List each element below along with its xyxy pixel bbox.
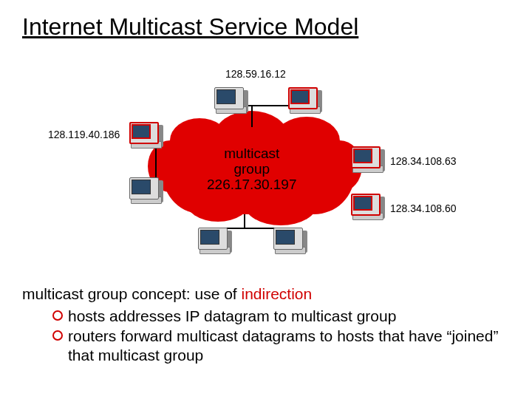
circle-bullet-icon [52, 310, 64, 321]
lead-highlight: indirection [242, 285, 313, 302]
multicast-group-label: multicast group 226.17.30.197 [207, 146, 297, 193]
bullet-text: routers forward multicast datagrams to h… [68, 327, 510, 366]
cloud-line1: multicast [207, 146, 297, 162]
lead-text: multicast group concept: use of [22, 285, 242, 302]
cloud-line2: group [207, 162, 297, 177]
description-block: multicast group concept: use of indirect… [22, 284, 510, 365]
bullet-item: hosts addresses IP datagram to multicast… [52, 307, 510, 326]
network-diagram: multicast group 226.17.30.197 128.59.16.… [0, 52, 532, 273]
bullet-text: hosts addresses IP datagram to multicast… [68, 307, 510, 326]
bullet-list: hosts addresses IP datagram to multicast… [52, 307, 510, 365]
description-lead: multicast group concept: use of indirect… [22, 284, 510, 304]
link-line [251, 105, 253, 127]
computer-icon [129, 177, 162, 204]
computer-icon [273, 228, 306, 254]
computer-icon [129, 122, 162, 149]
ip-label-right1: 128.34.108.63 [390, 155, 457, 167]
ip-label-right2: 128.34.108.60 [390, 202, 457, 214]
link-line [155, 148, 157, 170]
computer-icon [198, 228, 231, 254]
computer-icon [214, 87, 247, 114]
circle-bullet-icon [52, 330, 64, 341]
bullet-item: routers forward multicast datagrams to h… [52, 327, 510, 366]
computer-icon [351, 194, 383, 220]
computer-icon [288, 87, 321, 114]
ip-label-top: 128.59.16.12 [225, 68, 286, 80]
link-line [244, 214, 245, 229]
svg-point-0 [53, 311, 62, 320]
page-title: Internet Multicast Service Model [22, 13, 358, 41]
ip-label-left: 128.119.40.186 [48, 129, 120, 140]
computer-icon [351, 146, 383, 173]
svg-point-1 [53, 331, 62, 340]
cloud-line3: 226.17.30.197 [207, 177, 297, 193]
